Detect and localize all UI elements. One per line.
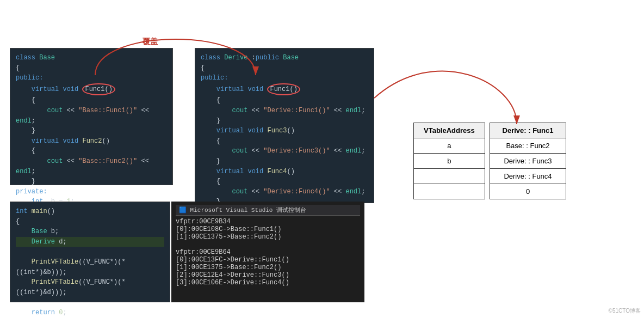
- console-blank: [176, 241, 360, 248]
- vtable-row-empty2: [414, 184, 485, 199]
- vtable-row-b: b: [414, 154, 485, 169]
- console-title-text: Microsoft Visual Studio 调试控制台: [190, 207, 306, 214]
- console-panel: 🟦 Microsoft Visual Studio 调试控制台 vfptr:00…: [171, 202, 364, 302]
- vtable-func3: Derive: : Func3: [490, 154, 566, 169]
- visual-studio-icon: 🟦: [179, 207, 187, 214]
- vtable-left: VTableAddress a b: [413, 123, 485, 199]
- vtable-func2: Base: : Func2: [490, 138, 566, 154]
- console-line-8: [3]:00CE106E->Derive::Func4(): [176, 279, 360, 286]
- fugai-label: 覆盖: [143, 37, 158, 47]
- console-line-5: [0]:00CE13FC->Derive::Func1(): [176, 256, 360, 264]
- vtable-row-a: a: [414, 138, 485, 154]
- vtable-zero: 0: [490, 184, 566, 199]
- vtable-row-empty1: [414, 169, 485, 184]
- console-line-6: [1]:00CE1375->Base::Func2(): [176, 264, 360, 271]
- base-class-panel: class Base { public: virtual void Func1(…: [10, 48, 173, 185]
- derive-class-panel: class Derive :public Base { public: virt…: [195, 48, 374, 203]
- vtable-func4: Derive: : Func4: [490, 169, 566, 184]
- console-line-7: [2]:00CE12E4->Derive::Func3(): [176, 271, 360, 279]
- main-panel: int main() { Base b; Derive d; PrintVFTa…: [10, 202, 170, 302]
- console-line-4: vfptr:00CE9B64: [176, 248, 360, 256]
- console-title: 🟦 Microsoft Visual Studio 调试控制台: [176, 205, 360, 216]
- console-line-2: [0]:00CE108C->Base::Func1(): [176, 225, 360, 233]
- watermark: ©51CTO博客: [609, 307, 641, 315]
- vtable-right: Derive: : Func1 Base: : Func2 Derive: : …: [490, 123, 566, 199]
- console-line-1: vfptr:00CE9B34: [176, 218, 360, 225]
- vtable-address-header: VTableAddress: [414, 123, 485, 138]
- console-line-3: [1]:00CE1375->Base::Func2(): [176, 233, 360, 241]
- vtable-func1: Derive: : Func1: [490, 123, 566, 138]
